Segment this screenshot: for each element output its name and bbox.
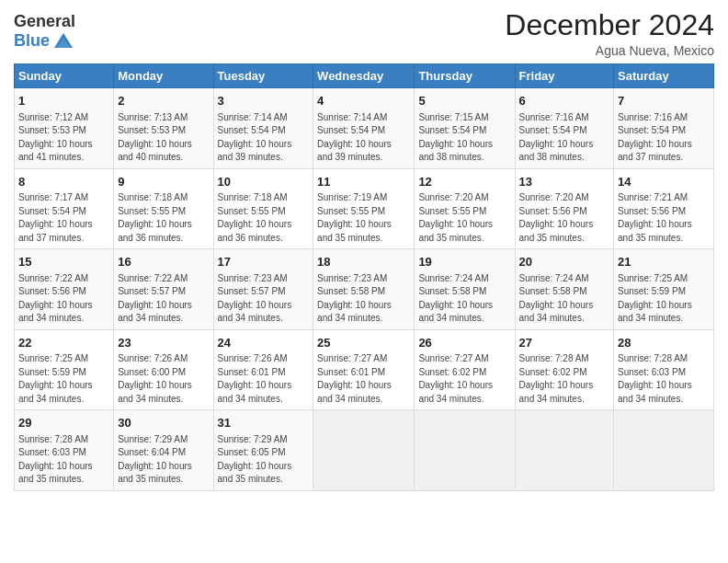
- table-row: 17Sunrise: 7:23 AM Sunset: 5:57 PM Dayli…: [213, 249, 313, 330]
- table-row: 21Sunrise: 7:25 AM Sunset: 5:59 PM Dayli…: [614, 249, 714, 330]
- col-thursday: Thursday: [415, 64, 515, 88]
- table-row: 31Sunrise: 7:29 AM Sunset: 6:05 PM Dayli…: [213, 410, 313, 491]
- day-number: 20: [519, 254, 610, 270]
- day-info: Sunrise: 7:13 AM Sunset: 5:53 PM Dayligh…: [118, 112, 192, 163]
- table-row: 24Sunrise: 7:26 AM Sunset: 6:01 PM Dayli…: [213, 329, 313, 410]
- day-number: 30: [118, 415, 209, 431]
- table-row: 4Sunrise: 7:14 AM Sunset: 5:54 PM Daylig…: [313, 88, 415, 169]
- table-row: 15Sunrise: 7:22 AM Sunset: 5:56 PM Dayli…: [15, 249, 114, 330]
- day-info: Sunrise: 7:12 AM Sunset: 5:53 PM Dayligh…: [18, 112, 93, 163]
- day-info: Sunrise: 7:28 AM Sunset: 6:02 PM Dayligh…: [519, 353, 594, 404]
- logo-icon: [52, 31, 74, 52]
- day-number: 28: [618, 335, 710, 351]
- day-number: 18: [317, 254, 410, 270]
- calendar-week-3: 15Sunrise: 7:22 AM Sunset: 5:56 PM Dayli…: [15, 249, 714, 330]
- day-number: 14: [618, 174, 710, 190]
- day-info: Sunrise: 7:14 AM Sunset: 5:54 PM Dayligh…: [218, 112, 292, 163]
- table-row: [515, 410, 614, 491]
- calendar-week-4: 22Sunrise: 7:25 AM Sunset: 5:59 PM Dayli…: [15, 329, 714, 410]
- location: Agua Nueva, Mexico: [505, 43, 714, 58]
- logo-blue: Blue: [14, 32, 50, 51]
- day-info: Sunrise: 7:24 AM Sunset: 5:58 PM Dayligh…: [519, 273, 594, 324]
- day-number: 9: [118, 174, 209, 190]
- day-info: Sunrise: 7:27 AM Sunset: 6:01 PM Dayligh…: [317, 353, 392, 404]
- day-info: Sunrise: 7:23 AM Sunset: 5:57 PM Dayligh…: [218, 273, 292, 324]
- table-row: 30Sunrise: 7:29 AM Sunset: 6:04 PM Dayli…: [114, 410, 213, 491]
- table-row: 2Sunrise: 7:13 AM Sunset: 5:53 PM Daylig…: [114, 88, 213, 169]
- table-row: [313, 410, 415, 491]
- table-row: 5Sunrise: 7:15 AM Sunset: 5:54 PM Daylig…: [415, 88, 515, 169]
- day-number: 23: [118, 335, 209, 351]
- calendar-week-1: 1Sunrise: 7:12 AM Sunset: 5:53 PM Daylig…: [15, 88, 714, 169]
- day-number: 1: [18, 93, 109, 109]
- day-info: Sunrise: 7:16 AM Sunset: 5:54 PM Dayligh…: [618, 112, 692, 163]
- day-info: Sunrise: 7:28 AM Sunset: 6:03 PM Dayligh…: [618, 353, 692, 404]
- day-info: Sunrise: 7:29 AM Sunset: 6:04 PM Dayligh…: [118, 434, 192, 485]
- day-number: 16: [118, 254, 209, 270]
- calendar-table: Sunday Monday Tuesday Wednesday Thursday…: [14, 63, 714, 491]
- table-row: 7Sunrise: 7:16 AM Sunset: 5:54 PM Daylig…: [614, 88, 714, 169]
- table-row: 13Sunrise: 7:20 AM Sunset: 5:56 PM Dayli…: [515, 168, 614, 249]
- day-number: 26: [418, 335, 510, 351]
- day-number: 15: [18, 254, 109, 270]
- day-info: Sunrise: 7:26 AM Sunset: 6:01 PM Dayligh…: [218, 353, 292, 404]
- table-row: 20Sunrise: 7:24 AM Sunset: 5:58 PM Dayli…: [515, 249, 614, 330]
- col-friday: Friday: [515, 64, 614, 88]
- table-row: [415, 410, 515, 491]
- table-row: 25Sunrise: 7:27 AM Sunset: 6:01 PM Dayli…: [313, 329, 415, 410]
- table-row: 26Sunrise: 7:27 AM Sunset: 6:02 PM Dayli…: [415, 329, 515, 410]
- day-info: Sunrise: 7:16 AM Sunset: 5:54 PM Dayligh…: [519, 112, 594, 163]
- day-number: 31: [218, 415, 310, 431]
- day-number: 11: [317, 174, 410, 190]
- col-monday: Monday: [114, 64, 213, 88]
- day-info: Sunrise: 7:20 AM Sunset: 5:55 PM Dayligh…: [418, 192, 493, 243]
- table-row: 12Sunrise: 7:20 AM Sunset: 5:55 PM Dayli…: [415, 168, 515, 249]
- day-number: 6: [519, 93, 610, 109]
- day-info: Sunrise: 7:14 AM Sunset: 5:54 PM Dayligh…: [317, 112, 392, 163]
- day-info: Sunrise: 7:22 AM Sunset: 5:56 PM Dayligh…: [18, 273, 93, 324]
- day-number: 27: [519, 335, 610, 351]
- table-row: 22Sunrise: 7:25 AM Sunset: 5:59 PM Dayli…: [15, 329, 114, 410]
- day-number: 25: [317, 335, 410, 351]
- table-row: 11Sunrise: 7:19 AM Sunset: 5:55 PM Dayli…: [313, 168, 415, 249]
- day-info: Sunrise: 7:24 AM Sunset: 5:58 PM Dayligh…: [418, 273, 493, 324]
- day-number: 24: [218, 335, 310, 351]
- day-info: Sunrise: 7:15 AM Sunset: 5:54 PM Dayligh…: [418, 112, 493, 163]
- day-info: Sunrise: 7:25 AM Sunset: 5:59 PM Dayligh…: [18, 353, 93, 404]
- table-row: 10Sunrise: 7:18 AM Sunset: 5:55 PM Dayli…: [213, 168, 313, 249]
- day-number: 12: [418, 174, 510, 190]
- table-row: 14Sunrise: 7:21 AM Sunset: 5:56 PM Dayli…: [614, 168, 714, 249]
- day-number: 29: [18, 415, 109, 431]
- calendar-week-2: 8Sunrise: 7:17 AM Sunset: 5:54 PM Daylig…: [15, 168, 714, 249]
- table-row: 1Sunrise: 7:12 AM Sunset: 5:53 PM Daylig…: [15, 88, 114, 169]
- table-row: [614, 410, 714, 491]
- day-info: Sunrise: 7:18 AM Sunset: 5:55 PM Dayligh…: [118, 192, 192, 243]
- table-row: 8Sunrise: 7:17 AM Sunset: 5:54 PM Daylig…: [15, 168, 114, 249]
- day-info: Sunrise: 7:23 AM Sunset: 5:58 PM Dayligh…: [317, 273, 392, 324]
- col-wednesday: Wednesday: [313, 64, 415, 88]
- day-info: Sunrise: 7:29 AM Sunset: 6:05 PM Dayligh…: [218, 434, 292, 485]
- day-number: 17: [218, 254, 310, 270]
- day-info: Sunrise: 7:19 AM Sunset: 5:55 PM Dayligh…: [317, 192, 392, 243]
- logo-general: General: [14, 13, 75, 31]
- table-row: 6Sunrise: 7:16 AM Sunset: 5:54 PM Daylig…: [515, 88, 614, 169]
- col-saturday: Saturday: [614, 64, 714, 88]
- day-info: Sunrise: 7:22 AM Sunset: 5:57 PM Dayligh…: [118, 273, 192, 324]
- calendar-header-row: Sunday Monday Tuesday Wednesday Thursday…: [15, 64, 714, 88]
- table-row: 19Sunrise: 7:24 AM Sunset: 5:58 PM Dayli…: [415, 249, 515, 330]
- title-block: December 2024 Agua Nueva, Mexico: [505, 9, 714, 58]
- day-number: 2: [118, 93, 209, 109]
- col-sunday: Sunday: [15, 64, 114, 88]
- main-container: General Blue December 2024 Agua Nueva, M…: [0, 0, 728, 500]
- logo: General Blue: [14, 13, 75, 52]
- table-row: 18Sunrise: 7:23 AM Sunset: 5:58 PM Dayli…: [313, 249, 415, 330]
- table-row: 28Sunrise: 7:28 AM Sunset: 6:03 PM Dayli…: [614, 329, 714, 410]
- day-number: 7: [618, 93, 710, 109]
- day-info: Sunrise: 7:25 AM Sunset: 5:59 PM Dayligh…: [618, 273, 692, 324]
- day-number: 4: [317, 93, 410, 109]
- table-row: 23Sunrise: 7:26 AM Sunset: 6:00 PM Dayli…: [114, 329, 213, 410]
- table-row: 29Sunrise: 7:28 AM Sunset: 6:03 PM Dayli…: [15, 410, 114, 491]
- day-number: 19: [418, 254, 510, 270]
- day-info: Sunrise: 7:26 AM Sunset: 6:00 PM Dayligh…: [118, 353, 192, 404]
- col-tuesday: Tuesday: [213, 64, 313, 88]
